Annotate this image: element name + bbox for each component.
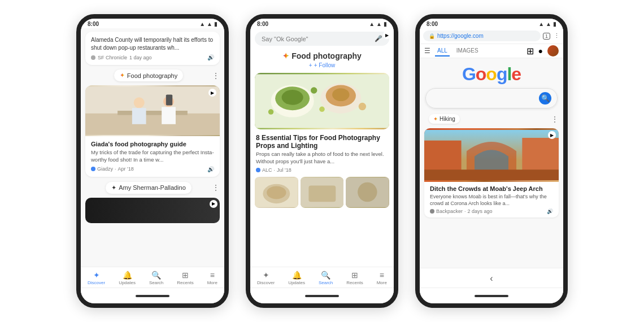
updates-icon: 🔔 [123, 271, 132, 280]
news-source: SF Chronicle [98, 55, 127, 60]
url-text: https://google.com [437, 33, 484, 39]
moab-body: Ditch the Crowds at Moab's Jeep Arch Eve… [424, 182, 559, 217]
p2-article-desc: Props can really take a photo of food to… [256, 151, 388, 166]
more-options-icon[interactable]: ⋮ [212, 71, 220, 80]
search-icon-nav-2: 🔍 [321, 271, 330, 280]
nav-search[interactable]: 🔍 Search [149, 271, 163, 285]
moab-title: Ditch the Crowds at Moab's Jeep Arch [430, 185, 553, 192]
nav2-recents[interactable]: ⊞ Recents [346, 271, 363, 285]
article-img-content [85, 85, 220, 136]
nav-more[interactable]: ≡ More [207, 271, 217, 285]
g-blue: G [462, 64, 476, 84]
signal-icon: ▲ [199, 21, 205, 27]
topic-name: Food photography [291, 51, 362, 60]
nav-updates[interactable]: 🔔 Updates [119, 271, 136, 285]
chrome-back-btn[interactable]: ‹ [420, 272, 563, 285]
nav2-more[interactable]: ≡ More [377, 271, 387, 285]
thumb2-svg [301, 177, 344, 208]
grid-icon[interactable]: ⊞ [526, 46, 534, 56]
google-search-box[interactable]: 🔍 [425, 88, 558, 108]
article-meta-1: Giadzy · Apr '18 🔊 [91, 166, 214, 172]
second-article-preview[interactable]: ▶ [85, 198, 220, 223]
hiking-chip[interactable]: ✦ Hiking [429, 114, 460, 124]
moab-source: Backpacker [436, 208, 463, 214]
nav-bar-2 [250, 288, 394, 303]
wifi-icon-3: ▲ [546, 21, 551, 27]
nav-discover[interactable]: ✦ Discover [88, 271, 105, 285]
bottom-nav-1: ✦ Discover 🔔 Updates 🔍 Search ⊞ Recents … [81, 267, 224, 288]
bottom-nav-3: ‹ [420, 268, 563, 288]
nav2-discover[interactable]: ✦ Discover [257, 271, 275, 285]
amy-chip-label: Amy Sherman-Palladino [119, 184, 186, 191]
second-chip-row: ✦ Amy Sherman-Palladino ⋮ [81, 181, 224, 195]
time-1: 8:00 [88, 21, 99, 27]
discover-icon-2: ✦ [263, 271, 269, 280]
google-search-bar[interactable]: Say "Ok Google" 🎤 [255, 32, 389, 46]
svg-point-25 [358, 182, 377, 202]
svg-rect-23 [308, 185, 336, 202]
account-circle-icon[interactable]: ● [538, 46, 543, 55]
more-nav-icon-2: ≡ [380, 271, 384, 280]
tab-images[interactable]: IMAGES [454, 46, 481, 56]
ok-google-text: Say "Ok Google" [262, 36, 308, 42]
svg-point-16 [319, 107, 325, 112]
updates-label-2: Updates [288, 280, 305, 285]
url-bar[interactable]: 🔒 https://google.com [423, 31, 541, 41]
thumb-1[interactable] [255, 177, 298, 208]
article-desc-1: My tricks of the trade for capturing the… [91, 149, 214, 164]
nav2-search[interactable]: 🔍 Search [319, 271, 333, 285]
svg-rect-7 [166, 94, 172, 105]
phone1-screen: Alameda County will temporarily halt its… [81, 28, 224, 267]
amy-chip[interactable]: ✦ Amy Sherman-Palladino [106, 182, 192, 194]
more-nav-icon: ≡ [210, 271, 215, 280]
follow-plus-icon: + [309, 62, 312, 68]
p2-article-meta: ALC · Jul '18 [256, 167, 388, 173]
amy-more-icon[interactable]: ⋮ [212, 183, 220, 192]
g-blue2: g [497, 64, 507, 84]
food-svg [255, 73, 389, 129]
svg-point-21 [267, 186, 286, 199]
search-submit-btn[interactable]: 🔍 [539, 92, 551, 105]
avatar-icon[interactable] [547, 45, 559, 56]
bottom-nav-2: ✦ Discover 🔔 Updates 🔍 Search ⊞ Recents … [250, 267, 394, 288]
chrome-more-icon[interactable]: ⋮ [554, 32, 560, 40]
svg-rect-6 [162, 107, 176, 124]
dark-preview-bg [85, 198, 220, 223]
svg-rect-4 [132, 108, 146, 124]
p2-date: Jul '18 [277, 167, 291, 173]
follow-button[interactable]: + + Follow [309, 62, 335, 68]
mic-icon: 🎤 [375, 35, 382, 42]
article-title-1: Giada's food photography guide [91, 141, 214, 147]
recents-icon: ⊞ [182, 271, 189, 280]
recents-label: Recents [177, 280, 193, 285]
nav-bar-3 [420, 288, 563, 303]
nav2-updates[interactable]: 🔔 Updates [288, 271, 305, 285]
article-card-1[interactable]: ▶ Giada's food photography guide My tric… [85, 85, 220, 177]
moab-meta: Backpacker · 2 days ago 🔊 [430, 208, 553, 214]
nav-recents[interactable]: ⊞ Recents [177, 271, 193, 285]
phone-3: 8:00 ▲ ▲ ▮ 🔒 https://google.com 1 ⋮ ☰ AL… [415, 14, 568, 308]
sound-icon: 🔊 [207, 54, 214, 60]
thumb-3[interactable] [346, 177, 389, 208]
article-sound-icon: 🔊 [207, 166, 214, 172]
food-photography-chip[interactable]: ✦ Food photography [114, 69, 183, 81]
phone3-screen: 🔒 https://google.com 1 ⋮ ☰ ALL IMAGES ⊞ … [420, 28, 563, 268]
more-label: More [207, 280, 217, 285]
tab-all[interactable]: ALL [435, 46, 450, 56]
tab-count-icon[interactable]: 1 [543, 33, 550, 40]
moab-sound-icon: 🔊 [547, 208, 553, 214]
nav-pill-1 [136, 295, 169, 297]
thumbnail-row [255, 177, 389, 208]
p2-source-dot [256, 168, 260, 172]
thumb-2[interactable] [301, 177, 344, 208]
hiking-more-icon[interactable]: ⋮ [551, 115, 559, 124]
topic-chip-row: ✦ Food photography ⋮ [81, 68, 224, 82]
svg-point-14 [332, 88, 349, 101]
moab-article-card[interactable]: ▶ Ditch the Crowds at Moab's Jeep Arch E… [424, 128, 559, 217]
hamburger-icon[interactable]: ☰ [424, 47, 430, 55]
thumb3-svg [346, 177, 389, 208]
news-text: Alameda County will temporarily halt its… [91, 36, 214, 52]
nav-bar-1 [81, 288, 224, 303]
phone-2: 8:00 ▲ ▲ ▮ Say "Ok Google" 🎤 ✦ Food phot… [246, 14, 398, 308]
amy-star-icon: ✦ [111, 184, 116, 192]
